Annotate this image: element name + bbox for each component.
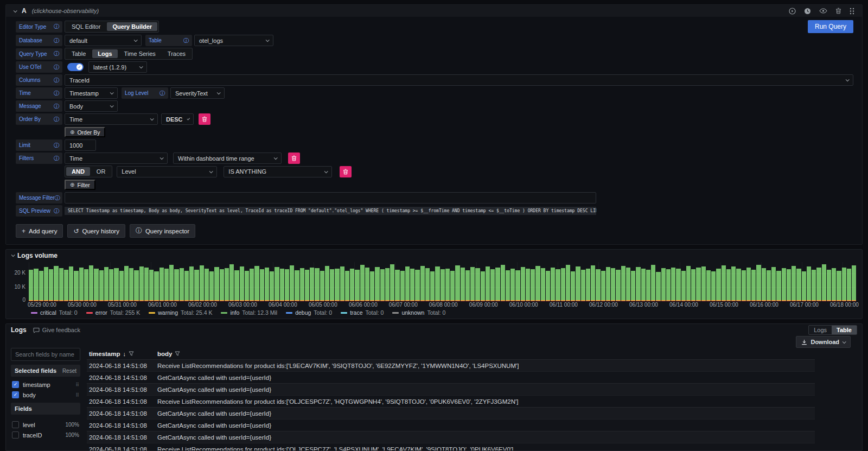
info-icon[interactable]: ⓘ: [54, 143, 59, 148]
add-order-by-button[interactable]: ⊕ Order By: [65, 127, 105, 137]
collapse-chevron-icon[interactable]: [11, 253, 15, 257]
filter2-field-select[interactable]: Level: [117, 166, 217, 177]
database-row: Database ⓘ default Table ⓘ otel_logs: [16, 35, 853, 46]
legend-item[interactable]: unknownTotal: 0: [392, 309, 445, 316]
info-icon[interactable]: ⓘ: [54, 117, 59, 122]
legend-item[interactable]: infoTotal: 12.3 Mil: [221, 309, 277, 316]
and-option[interactable]: AND: [66, 167, 90, 176]
table-row[interactable]: 2024-06-18 14:51:08Receive ListRecommend…: [87, 359, 815, 371]
legend-series-total: Total: 0: [427, 309, 445, 316]
filter2-operator-select[interactable]: IS ANYTHING: [224, 166, 332, 177]
query-row-header[interactable]: A (clickhouse-observability): [6, 5, 862, 17]
add-filter-button[interactable]: ⊕ Filter: [65, 180, 95, 190]
drag-handle-icon[interactable]: ⠿: [75, 382, 79, 388]
filter-funnel-icon[interactable]: [129, 351, 134, 357]
x-tick-label: 06/05 00:00: [309, 302, 337, 308]
table-row[interactable]: 2024-06-18 14:51:08GetCartAsync called w…: [87, 383, 815, 395]
message-filter-input[interactable]: [65, 192, 596, 204]
play-circle-icon[interactable]: [789, 8, 796, 15]
drag-handle-icon[interactable]: ⠿: [75, 392, 79, 398]
download-button[interactable]: Download: [796, 336, 851, 348]
otel-version-select[interactable]: latest (1.2.9): [88, 61, 147, 73]
search-fields-input[interactable]: [11, 348, 80, 361]
filter1-field-select[interactable]: Time: [65, 153, 168, 164]
info-icon[interactable]: ⓘ: [54, 38, 59, 43]
body-column-header[interactable]: body: [157, 351, 172, 357]
table-row[interactable]: 2024-06-18 14:51:08GetCartAsync called w…: [87, 371, 815, 383]
time-column-select[interactable]: Timestamp: [65, 87, 118, 99]
remove-filter1-button[interactable]: [288, 153, 300, 164]
checkbox-checked[interactable]: ✓: [12, 391, 19, 398]
run-query-button[interactable]: Run Query: [808, 20, 853, 33]
selected-field-row[interactable]: ✓body⠿: [11, 391, 80, 399]
legend-item[interactable]: traceTotal: 0: [341, 309, 384, 316]
otel-toggle[interactable]: ✓: [67, 63, 84, 71]
add-query-button[interactable]: + Add query: [16, 224, 63, 238]
legend-item[interactable]: debugTotal: 0: [286, 309, 332, 316]
info-icon[interactable]: ⓘ: [54, 51, 59, 56]
order-by-direction-select[interactable]: DESC: [161, 113, 194, 125]
database-select[interactable]: default: [65, 35, 142, 46]
table-row[interactable]: 2024-06-18 14:51:08Receive ListRecommend…: [87, 395, 815, 407]
query-type-switch: Table Logs Time Series Traces: [65, 48, 193, 60]
info-bar-segment: [114, 268, 118, 300]
view-logs-option[interactable]: Logs: [809, 326, 832, 334]
or-option[interactable]: OR: [91, 167, 111, 176]
available-field-row[interactable]: level100%: [11, 421, 80, 429]
table-select[interactable]: otel_logs: [194, 35, 273, 46]
sql-editor-option[interactable]: SQL Editor: [66, 22, 106, 31]
legend-item[interactable]: errorTotal: 255 K: [86, 309, 141, 316]
legend-item[interactable]: warningTotal: 25.4 K: [149, 309, 212, 316]
query-history-button[interactable]: ↺ Query history: [67, 224, 125, 238]
available-field-row[interactable]: traceID100%: [11, 431, 80, 439]
info-icon[interactable]: ⓘ: [55, 195, 60, 201]
error-bar-segment: [159, 300, 164, 301]
history-clock-icon[interactable]: [804, 8, 811, 15]
info-icon[interactable]: ⓘ: [54, 104, 59, 109]
checkbox-checked[interactable]: ✓: [12, 381, 19, 388]
table-row[interactable]: 2024-06-18 14:51:08Receive ListRecommend…: [87, 443, 815, 450]
reset-button[interactable]: Reset: [62, 368, 76, 374]
info-icon[interactable]: ⓘ: [54, 156, 59, 161]
columns-multiselect[interactable]: TraceId: [65, 74, 853, 86]
give-feedback-link[interactable]: Give feedback: [33, 327, 80, 333]
info-icon[interactable]: ⓘ: [54, 24, 59, 29]
query-type-table[interactable]: Table: [66, 49, 91, 58]
filter-funnel-icon[interactable]: [175, 351, 180, 357]
query-type-timeseries[interactable]: Time Series: [119, 49, 161, 58]
message-column-select[interactable]: Body: [65, 100, 118, 112]
info-icon[interactable]: ⓘ: [183, 38, 189, 43]
table-row[interactable]: 2024-06-18 14:51:08GetCartAsync called w…: [87, 419, 815, 431]
info-icon[interactable]: ⓘ: [54, 208, 59, 214]
info-icon[interactable]: ⓘ: [159, 91, 165, 96]
info-icon[interactable]: ⓘ: [54, 91, 59, 96]
trash-icon[interactable]: [835, 8, 841, 14]
body-cell: GetCartAsync called with userId={userId}: [155, 374, 815, 381]
table-row[interactable]: 2024-06-18 14:51:08GetCartAsync called w…: [87, 407, 815, 419]
query-inspector-button[interactable]: ⓘ Query inspector: [130, 224, 195, 238]
logs-volume-header[interactable]: Logs volume: [6, 250, 862, 261]
info-bar-segment: [340, 266, 344, 300]
query-type-traces[interactable]: Traces: [162, 49, 191, 58]
filter1-operator-select[interactable]: Within dashboard time range: [173, 153, 282, 164]
table-row[interactable]: 2024-06-18 14:51:08GetCartAsync called w…: [87, 431, 815, 443]
query-type-logs[interactable]: Logs: [92, 49, 117, 58]
info-icon[interactable]: ⓘ: [54, 65, 59, 70]
timestamp-column-header[interactable]: timestamp: [89, 351, 120, 357]
info-icon[interactable]: ⓘ: [54, 78, 59, 83]
view-table-option[interactable]: Table: [832, 326, 857, 334]
order-by-field-select[interactable]: Time: [65, 113, 158, 125]
drag-handle-icon[interactable]: [850, 8, 854, 15]
legend-item[interactable]: criticalTotal: 0: [31, 309, 78, 316]
collapse-chevron-icon[interactable]: [14, 9, 17, 12]
limit-input[interactable]: [65, 139, 96, 151]
query-builder-option[interactable]: Query Builder: [107, 22, 157, 31]
checkbox-unchecked[interactable]: [12, 421, 19, 428]
remove-filter2-button[interactable]: [340, 166, 352, 177]
remove-order-by-button[interactable]: [199, 113, 210, 125]
log-level-select[interactable]: SeverityText: [170, 87, 225, 99]
checkbox-unchecked[interactable]: [12, 431, 19, 439]
sort-desc-icon[interactable]: ↓: [123, 351, 126, 357]
selected-field-row[interactable]: ✓timestamp⠿: [11, 380, 80, 389]
eye-icon[interactable]: [819, 8, 827, 14]
